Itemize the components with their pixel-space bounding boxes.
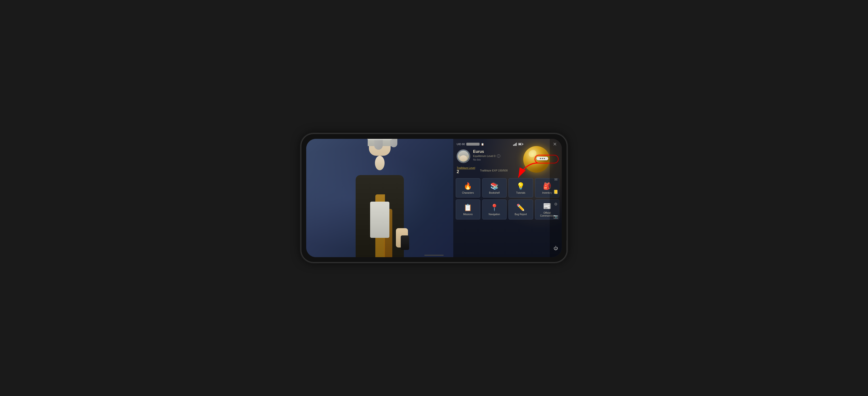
characters-icon: 🔥	[464, 182, 472, 190]
tutorials-label: Tutorials	[516, 192, 525, 194]
dot-1	[540, 158, 541, 159]
trailblaze-level-value: 2	[457, 169, 475, 174]
signal-area	[513, 143, 523, 146]
signal-icon	[513, 143, 517, 146]
tutorials-icon: 💡	[517, 182, 525, 190]
bug-report-label: Bug Report	[515, 213, 527, 216]
bug-report-icon: ✏️	[517, 203, 525, 211]
power-icon[interactable]: ⏻	[552, 244, 559, 252]
equilibrium-label: Equilibrium Level 0	[473, 154, 495, 158]
character-area	[306, 139, 453, 257]
copy-uid-icon[interactable]: 📋	[481, 143, 484, 146]
screen: UID 80 📋 ✕	[306, 139, 562, 257]
bookshelf-label: Bookshelf	[489, 192, 500, 194]
menu-item-navigation[interactable]: 📍 Navigation	[482, 199, 507, 220]
navigation-label: Navigation	[489, 213, 500, 216]
menu-item-bug-report[interactable]: ✏️ Bug Report	[508, 199, 533, 220]
bookshelf-icon: 📚	[490, 182, 499, 190]
characters-label: Characters	[462, 192, 474, 194]
menu-row-2: 📋 Missions 📍 Navigation ✏️ Bug Report 📰 …	[456, 199, 559, 220]
more-button[interactable]	[536, 157, 548, 160]
avatar-image	[457, 150, 470, 163]
missions-icon: 📋	[464, 203, 472, 211]
uid-area: UID 80 📋	[457, 143, 484, 146]
avatar[interactable]	[457, 149, 470, 163]
uid-label: UID 80	[457, 143, 465, 146]
info-icon[interactable]: i	[497, 154, 500, 158]
dot-3	[544, 158, 545, 159]
profile-name: Eurus	[473, 149, 558, 154]
menu-row-1: 🔥 Characters 📚 Bookshelf 💡 Tutorials 🎒 I…	[456, 178, 559, 198]
trailblaze-exp: Trailblaze EXP 150/500	[480, 169, 508, 172]
trailblaze-level-label: Trailblaze Level	[457, 166, 475, 169]
menu-panel: UID 80 📋 ✕	[453, 139, 562, 257]
battery-fill	[519, 143, 521, 145]
settings-icon[interactable]: ⚙	[553, 200, 559, 208]
navigation-icon: 📍	[490, 203, 499, 211]
trailblaze-level: Trailblaze Level 2	[457, 166, 475, 174]
top-bar: UID 80 📋 ✕	[453, 139, 562, 148]
menu-item-characters[interactable]: 🔥 Characters	[456, 178, 480, 198]
dot-2	[542, 158, 543, 159]
power-button-side[interactable]	[566, 240, 567, 252]
menu-item-tutorials[interactable]: 💡 Tutorials	[508, 178, 533, 198]
trailblaze-section: Trailblaze Level 2 Trailblaze EXP 150/50…	[453, 165, 562, 177]
phone-frame: UID 80 📋 ✕	[301, 134, 567, 262]
grid-menu: 🔥 Characters 📚 Bookshelf 💡 Tutorials 🎒 I…	[453, 177, 562, 257]
right-toolbar: ✉ 📒 ⚙ 📷 ⏻	[550, 139, 562, 257]
bottom-notch	[424, 255, 444, 256]
menu-item-bookshelf[interactable]: 📚 Bookshelf	[482, 178, 507, 198]
battery-icon	[518, 143, 523, 145]
missions-label: Missions	[463, 213, 472, 216]
camera-icon[interactable]: 📷	[552, 213, 560, 220]
uid-value-hidden	[466, 143, 479, 146]
menu-item-missions[interactable]: 📋 Missions	[456, 199, 480, 220]
journal-icon[interactable]: 📒	[552, 188, 560, 196]
mail-icon[interactable]: ✉	[553, 176, 559, 183]
